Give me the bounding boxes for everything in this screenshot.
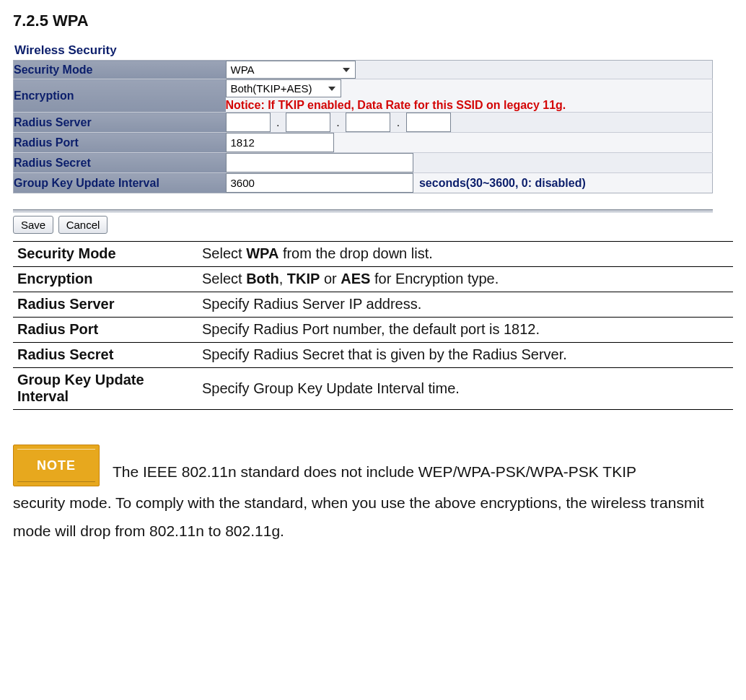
label-encryption: Encryption [14,79,226,113]
description-table: Security Mode Select WPA from the drop d… [13,241,733,410]
note-text-line1: The IEEE 802.11n standard does not inclu… [113,458,636,486]
encryption-notice: Notice: If TKIP enabled, Data Rate for t… [226,99,713,112]
ip-separator: . [273,116,282,128]
table-row: Radius Port Specify Radius Port number, … [13,318,733,343]
table-row: Security Mode Select WPA from the drop d… [13,242,733,267]
label-radius-port: Radius Port [14,133,226,153]
label-radius-secret: Radius Secret [14,153,226,173]
doc-desc: Specify Group Key Update Interval time. [198,368,733,410]
doc-label: Group Key Update Interval [13,368,198,410]
cancel-button[interactable]: Cancel [58,216,108,234]
doc-desc: Select Both, TKIP or AES for Encryption … [198,267,733,292]
button-row: Save Cancel [13,216,733,234]
doc-label: Radius Secret [13,343,198,368]
radius-secret-input[interactable] [226,153,413,172]
label-radius-server: Radius Server [14,113,226,133]
radius-ip-octet-4[interactable] [406,113,451,132]
wireless-security-form: Security Mode WPA Encryption Both(TKIP+A… [13,60,713,193]
group-key-interval-input[interactable] [226,173,413,193]
doc-label: Radius Port [13,318,198,343]
doc-desc: Specify Radius Port number, the default … [198,318,733,343]
radius-server-ip-group: . . . [226,113,713,133]
table-row: Radius Secret Specify Radius Secret that… [13,343,733,368]
ip-separator: . [394,116,403,128]
table-row: Encryption Select Both, TKIP or AES for … [13,267,733,292]
group-key-interval-hint: seconds(30~3600, 0: disabled) [419,177,586,189]
label-security-mode: Security Mode [14,61,226,79]
ip-separator: . [333,116,342,128]
doc-desc: Specify Radius Secret that is given by t… [198,343,733,368]
save-button[interactable]: Save [13,216,53,234]
doc-label: Security Mode [13,242,198,267]
radius-ip-octet-3[interactable] [346,113,390,132]
separator [13,209,713,213]
radius-ip-octet-1[interactable] [226,113,271,132]
doc-label: Encryption [13,267,198,292]
table-row: Group Key Update Interval Specify Group … [13,368,733,410]
note-badge-label: NOTE [37,458,76,473]
panel-title: Wireless Security [14,43,733,58]
doc-desc: Select WPA from the drop down list. [198,242,733,267]
note-text-rest: security mode. To comply with the standa… [13,489,733,546]
radius-port-input[interactable] [226,133,334,152]
table-row: Radius Server Specify Radius Server IP a… [13,292,733,318]
doc-label: Radius Server [13,292,198,318]
note-badge: NOTE [13,445,100,486]
doc-desc: Specify Radius Server IP address. [198,292,733,318]
note-block: NOTE The IEEE 802.11n standard does not … [13,445,733,486]
security-mode-select[interactable]: WPA [226,61,356,79]
radius-ip-octet-2[interactable] [286,113,330,132]
encryption-select[interactable]: Both(TKIP+AES) [226,79,341,97]
label-group-key-interval: Group Key Update Interval [14,173,226,193]
section-heading: 7.2.5 WPA [13,12,733,30]
